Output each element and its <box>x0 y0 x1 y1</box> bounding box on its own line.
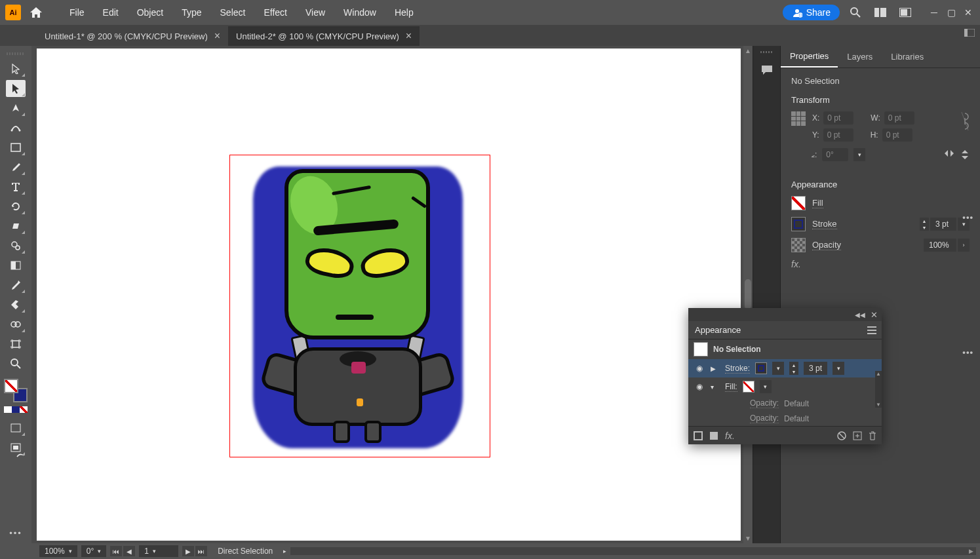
prev-artboard-icon[interactable]: ◀ <box>123 546 135 556</box>
step-up-icon[interactable]: ▲ <box>920 218 929 224</box>
close-icon[interactable]: × <box>406 30 412 42</box>
scroll-up-icon[interactable]: ▲ <box>745 47 751 54</box>
clear-appearance-icon[interactable] <box>837 431 846 440</box>
fill-color-dropdown-icon[interactable]: ▾ <box>760 380 772 393</box>
menu-object[interactable]: Object <box>129 5 171 20</box>
fill-label[interactable]: Fill <box>812 198 823 208</box>
document-tab-2[interactable]: Untitled-2* @ 100 % (CMYK/CPU Preview) × <box>228 26 420 46</box>
tab-libraries[interactable]: Libraries <box>882 47 933 67</box>
appearance-panel-tab[interactable]: Appearance <box>695 325 741 335</box>
vertical-scrollbar[interactable]: ▲ ▼ <box>743 46 753 543</box>
reference-point-icon[interactable] <box>791 111 806 126</box>
zoom-tool[interactable] <box>6 355 26 372</box>
panel-menu-icon[interactable] <box>867 326 876 334</box>
dock-grip-icon[interactable] <box>760 51 774 53</box>
appearance-opacity-row-1[interactable]: Opacity: Default <box>688 396 882 411</box>
angle-input[interactable]: 0° <box>822 148 848 161</box>
scroll-up-icon[interactable]: ▲ <box>876 371 881 377</box>
tab-layers[interactable]: Layers <box>838 47 882 67</box>
h-input[interactable]: 0 pt <box>882 128 912 142</box>
zoom-level-field[interactable]: 100% ▾ <box>39 545 77 557</box>
disclosure-down-icon[interactable]: ▾ <box>711 383 720 391</box>
horizontal-scrollbar[interactable]: ▶ <box>290 547 976 555</box>
last-artboard-icon[interactable]: ⏭ <box>195 546 207 556</box>
gradient-mode-icon[interactable] <box>12 406 20 413</box>
color-mode-icon[interactable] <box>4 406 12 413</box>
chevron-down-icon[interactable]: ▾ <box>153 548 156 554</box>
stroke-color-dropdown-icon[interactable]: ▾ <box>772 362 784 375</box>
scroll-down-icon[interactable]: ▼ <box>745 535 751 542</box>
rotate-view-field[interactable]: 0° ▾ <box>81 545 106 557</box>
w-input[interactable]: 0 pt <box>884 111 914 125</box>
floating-panel-header[interactable]: ◀◀ ✕ <box>688 308 882 321</box>
menu-window[interactable]: Window <box>336 5 384 20</box>
fill-swatch-icon[interactable] <box>791 196 806 210</box>
add-effect-icon[interactable]: fx. <box>791 259 970 269</box>
fill-stroke-swatches[interactable] <box>4 379 28 402</box>
fill-color-swatch[interactable] <box>743 381 755 393</box>
stroke-swatch-icon[interactable] <box>791 217 806 231</box>
visibility-toggle-icon[interactable]: ◉ <box>694 382 705 391</box>
menu-effect[interactable]: Effect <box>256 5 295 20</box>
y-input[interactable]: 0 pt <box>823 128 853 142</box>
disclosure-right-icon[interactable]: ▶ <box>711 365 720 372</box>
flip-vertical-icon[interactable] <box>960 149 970 161</box>
link-dimensions-icon[interactable] <box>960 111 970 131</box>
draw-mode-icon[interactable] <box>6 419 26 436</box>
opacity-input[interactable]: 100% <box>924 239 956 252</box>
rotate-tool[interactable] <box>6 198 26 215</box>
collapse-panel-icon[interactable]: ◀◀ <box>855 311 865 318</box>
scale-tool[interactable] <box>6 237 26 254</box>
color-mode-swatches[interactable] <box>4 406 28 414</box>
comments-panel-icon[interactable] <box>758 61 776 79</box>
flip-horizontal-icon[interactable] <box>943 149 955 161</box>
step-up-icon[interactable]: ▲ <box>789 362 798 368</box>
step-down-icon[interactable]: ▼ <box>920 224 929 231</box>
direct-selection-tool[interactable] <box>6 80 26 97</box>
menu-edit[interactable]: Edit <box>95 5 127 20</box>
next-artboard-icon[interactable]: ▶ <box>182 546 194 556</box>
stroke-weight-stepper[interactable]: ▲▼ <box>920 218 929 231</box>
panel-scrollbar[interactable]: ▲ ▼ <box>875 371 882 408</box>
stroke-color-swatch[interactable] <box>755 362 767 374</box>
first-artboard-icon[interactable]: ⏮ <box>110 546 122 556</box>
canvas-area[interactable]: ▲ ▼ <box>31 46 753 543</box>
stroke-weight-value[interactable]: 3 pt <box>804 362 827 375</box>
home-icon[interactable] <box>28 4 45 21</box>
arrange-documents-icon[interactable] <box>871 3 890 22</box>
curvature-tool[interactable] <box>6 119 26 136</box>
pen-tool[interactable] <box>6 100 26 117</box>
shape-builder-tool[interactable] <box>6 316 26 333</box>
gradient-tool[interactable] <box>6 257 26 274</box>
menu-select[interactable]: Select <box>212 5 254 20</box>
scroll-right-icon[interactable]: ▶ <box>969 548 973 554</box>
minimize-button[interactable]: ─ <box>926 6 942 19</box>
rectangle-tool[interactable] <box>6 139 26 156</box>
close-panel-icon[interactable]: ✕ <box>871 310 878 320</box>
selection-tool[interactable] <box>6 60 26 77</box>
new-art-maintains-icon[interactable] <box>694 431 703 440</box>
menu-view[interactable]: View <box>298 5 333 20</box>
eyedropper-tool[interactable] <box>6 277 26 294</box>
tab-properties[interactable]: Properties <box>781 46 838 67</box>
delete-item-icon[interactable] <box>869 431 876 440</box>
menu-type[interactable]: Type <box>174 5 209 20</box>
edit-toolbar-icon[interactable]: ••• <box>9 528 22 538</box>
arrange-tabs-icon[interactable] <box>964 29 975 37</box>
workspace-switcher-icon[interactable] <box>896 3 914 22</box>
stroke-weight-stepper[interactable]: ▲▼ <box>789 362 798 375</box>
artboard-tool[interactable] <box>6 336 26 353</box>
toolbar-grip-icon[interactable] <box>7 52 25 55</box>
artboard-number-field[interactable]: 1 ▾ <box>139 545 178 557</box>
search-icon[interactable] <box>846 3 865 22</box>
stroke-weight-dropdown-icon[interactable]: ▾ <box>833 362 844 375</box>
scrollbar-thumb[interactable] <box>745 279 751 309</box>
appearance-opacity-row-2[interactable]: Opacity: Default <box>688 411 882 426</box>
document-tab-1[interactable]: Untitled-1* @ 200 % (CMYK/CPU Preview) × <box>37 26 228 46</box>
opacity-dropdown-icon[interactable]: › <box>958 239 970 252</box>
add-new-effect-icon[interactable]: fx. <box>725 431 735 441</box>
step-down-icon[interactable]: ▼ <box>789 368 798 375</box>
stroke-row-label[interactable]: Stroke: <box>725 364 750 374</box>
menu-help[interactable]: Help <box>387 5 421 20</box>
opacity-swatch-icon[interactable] <box>791 238 806 252</box>
